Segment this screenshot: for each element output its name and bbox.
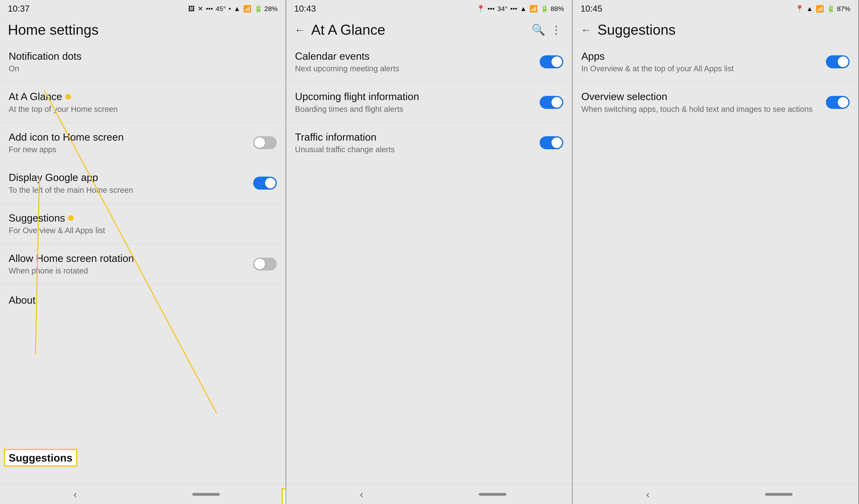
- toggle-calendar[interactable]: [540, 55, 563, 68]
- page-title-3: Suggestions: [598, 22, 850, 38]
- toggle-rotation[interactable]: [253, 257, 277, 270]
- page-title-2: At A Glance: [311, 22, 528, 38]
- battery-icon-3: 🔋 87%: [827, 5, 850, 13]
- signal-dots-icon: •••: [206, 5, 213, 13]
- item-title-overview: Overview selection: [582, 90, 826, 103]
- toggle-thumb-calendar: [552, 57, 562, 67]
- settings-item-suggestions[interactable]: Suggestions For Overview & All Apps list: [0, 204, 285, 244]
- signal-icon: 📶: [243, 5, 252, 13]
- item-subtitle-display-google: To the left of the main Home screen: [9, 185, 253, 195]
- nav-bar-3: ‹: [573, 484, 858, 504]
- signal-icon-3: 📶: [816, 5, 824, 13]
- nav-back-button-1[interactable]: ‹: [65, 487, 85, 502]
- nav-bar-2: ‹: [286, 484, 572, 504]
- back-button-3[interactable]: ←: [581, 23, 592, 36]
- item-title-notification-dots: Notification dots: [9, 50, 277, 62]
- app-bar-3: ← Suggestions: [573, 16, 858, 42]
- settings-list-3: Apps In Overview & at the top of your Al…: [573, 42, 858, 484]
- back-button-2[interactable]: ←: [294, 23, 305, 36]
- status-icons-2: 📍 ••• 34° ••• ▲ 📶 🔋 88%: [477, 5, 564, 13]
- status-bar-2: 10:43 📍 ••• 34° ••• ▲ 📶 🔋 88%: [286, 0, 572, 16]
- item-title-about: About: [9, 294, 277, 306]
- temp-icon: 45°: [216, 5, 226, 13]
- wifi-icon: ▲: [233, 5, 240, 13]
- battery-icon-2: 🔋 88%: [540, 5, 564, 13]
- dots-icon-2: •••: [510, 5, 517, 13]
- toggle-thumb-flight: [552, 97, 562, 108]
- settings-item-display-google[interactable]: Display Google app To the left of the ma…: [0, 163, 285, 203]
- location-icon-2: 📍: [477, 5, 485, 13]
- toggle-apps[interactable]: [826, 55, 849, 68]
- item-title-add-icon: Add icon to Home screen: [9, 131, 253, 143]
- status-bar-3: 10:45 📍 ▲ 📶 🔋 87%: [573, 0, 858, 16]
- signal-dots-icon-2: •••: [488, 5, 495, 13]
- item-title-display-google: Display Google app: [9, 171, 253, 184]
- item-subtitle-flight: Boarding times and flight alerts: [295, 104, 540, 114]
- settings-item-flight[interactable]: Upcoming flight information Boarding tim…: [286, 82, 572, 123]
- nav-pill-1[interactable]: [192, 493, 220, 496]
- toggle-thumb-overview: [838, 97, 848, 108]
- status-time-3: 10:45: [581, 4, 602, 14]
- settings-item-about[interactable]: About: [0, 284, 285, 316]
- nav-pill-2[interactable]: [479, 493, 506, 496]
- signal-icon-2: 📶: [529, 5, 538, 13]
- item-subtitle-suggestions: For Overview & All Apps list: [9, 225, 277, 235]
- status-time-2: 10:43: [294, 4, 316, 14]
- nav-back-button-2[interactable]: ‹: [352, 487, 371, 502]
- wifi-icon-2: ▲: [520, 5, 527, 13]
- item-subtitle-rotation: When phone is rotated: [9, 266, 253, 276]
- dot-icon: •: [228, 5, 231, 13]
- item-title-suggestions: Suggestions: [9, 212, 277, 224]
- item-title-at-a-glance: At A Glance: [9, 90, 277, 103]
- item-subtitle-add-icon: For new apps: [9, 144, 253, 155]
- location-icon-3: 📍: [795, 5, 804, 13]
- nav-bar-1: ‹: [0, 484, 285, 504]
- item-title-apps: Apps: [582, 50, 826, 62]
- status-icons-3: 📍 ▲ 📶 🔋 87%: [795, 5, 850, 13]
- settings-list-1: Notification dots On At A Glance At the …: [0, 42, 285, 484]
- toggle-display-google[interactable]: [253, 177, 277, 190]
- nav-back-button-3[interactable]: ‹: [638, 487, 658, 502]
- toggle-add-icon[interactable]: [253, 136, 277, 149]
- toggle-thumb-add-icon: [254, 138, 265, 148]
- settings-item-at-a-glance[interactable]: At A Glance At the top of your Home scre…: [0, 82, 285, 123]
- toggle-traffic[interactable]: [540, 136, 563, 149]
- panel-suggestions: 10:45 📍 ▲ 📶 🔋 87% ← Suggestions Apps In …: [573, 0, 859, 504]
- item-subtitle-notification-dots: On: [9, 63, 277, 74]
- toggle-flight[interactable]: [540, 96, 563, 109]
- gallery-icon: 🖼: [188, 5, 195, 13]
- panel-home-settings: 10:37 🖼 ✕ ••• 45° • ▲ 📶 🔋 28% Home setti…: [0, 0, 286, 504]
- item-subtitle-overview: When switching apps, touch & hold text a…: [582, 104, 826, 114]
- more-icon-2[interactable]: ⋮: [548, 22, 564, 37]
- settings-item-rotation[interactable]: Allow Home screen rotation When phone is…: [0, 244, 285, 284]
- settings-item-notification-dots[interactable]: Notification dots On: [0, 42, 285, 82]
- toggle-thumb-apps: [838, 57, 848, 67]
- item-title-calendar: Calendar events: [295, 50, 540, 62]
- nav-pill-3[interactable]: [765, 493, 793, 496]
- toggle-thumb-traffic: [552, 138, 562, 148]
- toggle-thumb-display-google: [265, 178, 276, 188]
- item-subtitle-at-a-glance: At the top of your Home screen: [9, 104, 277, 114]
- toggle-thumb-rotation: [254, 259, 265, 269]
- search-icon-2[interactable]: 🔍: [531, 22, 546, 37]
- item-title-traffic: Traffic information: [295, 131, 540, 143]
- settings-item-traffic[interactable]: Traffic information Unusual traffic chan…: [286, 123, 572, 163]
- item-title-flight: Upcoming flight information: [295, 90, 540, 103]
- settings-list-2: Calendar events Next upcoming meeting al…: [286, 42, 572, 484]
- settings-item-overview[interactable]: Overview selection When switching apps, …: [573, 82, 858, 122]
- x-icon: ✕: [198, 5, 203, 13]
- annotation-dot-at-a-glance: [65, 94, 71, 99]
- status-time-1: 10:37: [8, 4, 30, 14]
- item-subtitle-traffic: Unusual traffic change alerts: [295, 144, 540, 155]
- wifi-icon-3: ▲: [807, 5, 813, 13]
- app-bar-2: ← At A Glance 🔍 ⋮: [286, 16, 572, 42]
- settings-item-add-icon[interactable]: Add icon to Home screen For new apps: [0, 123, 285, 163]
- toggle-overview[interactable]: [826, 96, 849, 109]
- settings-item-apps[interactable]: Apps In Overview & at the top of your Al…: [573, 42, 858, 82]
- status-icons-1: 🖼 ✕ ••• 45° • ▲ 📶 🔋 28%: [188, 5, 277, 13]
- settings-item-calendar[interactable]: Calendar events Next upcoming meeting al…: [286, 42, 572, 82]
- status-bar-1: 10:37 🖼 ✕ ••• 45° • ▲ 📶 🔋 28%: [0, 0, 285, 16]
- annotation-dot-suggestions: [68, 215, 74, 221]
- battery-icon: 🔋 28%: [254, 5, 278, 13]
- app-bar-1: Home settings: [0, 16, 285, 42]
